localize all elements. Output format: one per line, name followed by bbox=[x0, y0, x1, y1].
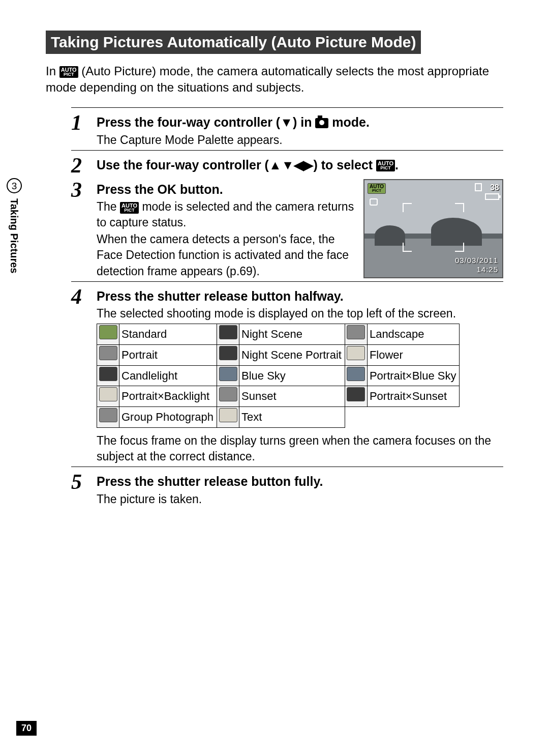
lcd-time: 14:25 bbox=[476, 265, 498, 275]
sunset-icon bbox=[219, 387, 237, 401]
step-heading: Press the OK button. bbox=[97, 181, 356, 198]
mode-label: Landscape bbox=[367, 324, 460, 345]
step-number: 2 bbox=[71, 155, 97, 176]
table-row: Portrait Night Scene Portrait Flower bbox=[97, 345, 460, 366]
mode-table: Standard Night Scene Landscape Portrait … bbox=[97, 324, 460, 427]
blue-sky-icon bbox=[219, 367, 237, 381]
portrait-sunset-icon bbox=[347, 387, 365, 401]
table-row: Candlelight Blue Sky Portrait×Blue Sky bbox=[97, 365, 460, 386]
mode-label: Sunset bbox=[239, 386, 345, 407]
mode-label: Text bbox=[239, 407, 345, 428]
mode-label: Candlelight bbox=[119, 365, 217, 386]
step-heading: Press the shutter release button halfway… bbox=[97, 288, 503, 305]
night-scene-icon bbox=[219, 325, 237, 339]
memory-icon bbox=[475, 183, 482, 191]
step-desc: The picture is taken. bbox=[97, 491, 503, 507]
step-desc: The AUTOPICT mode is selected and the ca… bbox=[97, 199, 356, 230]
mode-label: Blue Sky bbox=[239, 365, 345, 386]
text-icon bbox=[219, 408, 237, 422]
mode-label: Portrait×Sunset bbox=[367, 386, 460, 407]
autopict-icon: AUTOPICT bbox=[368, 183, 386, 194]
step-number: 3 bbox=[71, 179, 97, 279]
step-2: 2 Use the four-way controller (▲▼◀▶) to … bbox=[71, 150, 503, 176]
face-detect-icon bbox=[370, 198, 378, 206]
autopict-icon: AUTOPICT bbox=[59, 66, 78, 78]
group-photo-icon bbox=[99, 408, 117, 422]
portrait-bluesky-icon bbox=[347, 367, 365, 381]
section-title: Taking Pictures Automatically (Auto Pict… bbox=[46, 31, 421, 54]
standard-icon bbox=[99, 325, 117, 339]
table-row: Group Photograph Text bbox=[97, 407, 460, 428]
step-4: 4 Press the shutter release button halfw… bbox=[71, 281, 503, 464]
mode-label: Group Photograph bbox=[119, 407, 217, 428]
battery-icon bbox=[485, 193, 499, 200]
intro-post: (Auto Picture) mode, the camera automati… bbox=[46, 64, 489, 94]
step-heading: Press the shutter release button fully. bbox=[97, 473, 503, 490]
intro-pre: In bbox=[46, 64, 59, 78]
night-portrait-icon bbox=[219, 346, 237, 360]
step-number: 5 bbox=[71, 471, 97, 507]
step-desc: The selected shooting mode is displayed … bbox=[97, 306, 503, 322]
step-number: 1 bbox=[71, 112, 97, 148]
landscape-icon bbox=[347, 325, 365, 339]
step-number: 4 bbox=[71, 286, 97, 464]
intro-text: In AUTOPICT (Auto Picture) mode, the cam… bbox=[46, 63, 503, 96]
shot-count: 38 bbox=[490, 182, 499, 193]
step-1: 1 Press the four-way controller (▼) in m… bbox=[71, 107, 503, 148]
mode-label: Portrait bbox=[119, 345, 217, 366]
page-number: 70 bbox=[16, 721, 37, 736]
mode-label: Portrait×Backlight bbox=[119, 386, 217, 407]
table-row: Portrait×Backlight Sunset Portrait×Sunse… bbox=[97, 386, 460, 407]
step-5: 5 Press the shutter release button fully… bbox=[71, 467, 503, 507]
mode-label: Night Scene bbox=[239, 324, 345, 345]
lcd-preview: AUTOPICT 38 03/03/2011 14:25 bbox=[363, 179, 503, 278]
step-desc: The Capture Mode Palette appears. bbox=[97, 132, 503, 148]
table-row: Standard Night Scene Landscape bbox=[97, 324, 460, 345]
candlelight-icon bbox=[99, 367, 117, 381]
autopict-icon: AUTOPICT bbox=[376, 160, 395, 171]
mode-label: Portrait×Blue Sky bbox=[367, 365, 460, 386]
portrait-backlight-icon bbox=[99, 387, 117, 401]
mode-label: Standard bbox=[119, 324, 217, 345]
ok-icon: OK bbox=[158, 182, 177, 196]
mode-label: Flower bbox=[367, 345, 460, 366]
step-heading: Press the four-way controller (▼) in mod… bbox=[97, 114, 503, 131]
camera-icon bbox=[315, 118, 328, 128]
step-heading: Use the four-way controller (▲▼◀▶) to se… bbox=[97, 157, 503, 174]
step-desc-2: When the camera detects a person's face,… bbox=[97, 231, 356, 279]
mode-label: Night Scene Portrait bbox=[239, 345, 345, 366]
step-after-table: The focus frame on the display turns gre… bbox=[97, 433, 503, 464]
portrait-icon bbox=[99, 346, 117, 360]
flower-icon bbox=[347, 346, 365, 360]
autopict-icon: AUTOPICT bbox=[120, 202, 139, 214]
step-3: 3 Press the OK button. The AUTOPICT mode… bbox=[71, 178, 503, 279]
